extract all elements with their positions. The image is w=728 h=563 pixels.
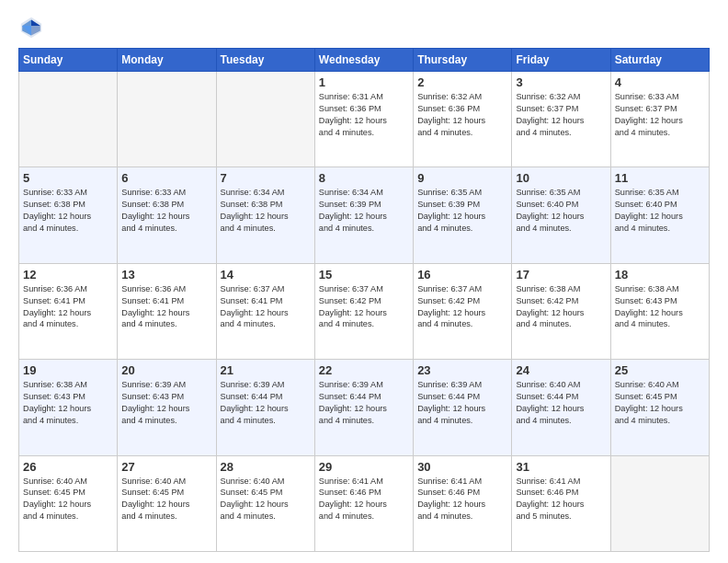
weekday-header-tuesday: Tuesday — [216, 49, 314, 72]
day-number: 13 — [121, 268, 211, 282]
calendar-cell: 22Sunrise: 6:39 AM Sunset: 6:44 PM Dayli… — [314, 360, 413, 455]
day-info: Sunrise: 6:32 AM Sunset: 6:36 PM Dayligh… — [417, 91, 507, 139]
weekday-header-thursday: Thursday — [414, 49, 512, 72]
day-number: 1 — [319, 75, 409, 89]
calendar-cell: 30Sunrise: 6:41 AM Sunset: 6:46 PM Dayli… — [414, 455, 512, 551]
day-number: 27 — [121, 460, 211, 474]
day-number: 22 — [319, 363, 409, 377]
calendar-cell: 3Sunrise: 6:32 AM Sunset: 6:37 PM Daylig… — [512, 72, 610, 167]
calendar-cell: 12Sunrise: 6:36 AM Sunset: 6:41 PM Dayli… — [19, 263, 118, 359]
calendar-cell — [19, 72, 118, 167]
calendar-cell: 15Sunrise: 6:37 AM Sunset: 6:42 PM Dayli… — [314, 263, 413, 359]
day-info: Sunrise: 6:37 AM Sunset: 6:41 PM Dayligh… — [221, 283, 311, 331]
day-info: Sunrise: 6:41 AM Sunset: 6:46 PM Dayligh… — [516, 476, 606, 523]
day-info: Sunrise: 6:33 AM Sunset: 6:37 PM Dayligh… — [615, 91, 705, 139]
weekday-header-row: SundayMondayTuesdayWednesdayThursdayFrid… — [19, 49, 710, 72]
calendar-cell — [610, 455, 709, 551]
logo-icon — [18, 15, 44, 40]
calendar-cell: 31Sunrise: 6:41 AM Sunset: 6:46 PM Dayli… — [512, 455, 610, 551]
calendar: SundayMondayTuesdayWednesdayThursdayFrid… — [18, 48, 710, 552]
day-info: Sunrise: 6:40 AM Sunset: 6:45 PM Dayligh… — [615, 379, 705, 427]
calendar-cell: 20Sunrise: 6:39 AM Sunset: 6:43 PM Dayli… — [118, 360, 216, 455]
calendar-cell: 27Sunrise: 6:40 AM Sunset: 6:45 PM Dayli… — [118, 455, 216, 551]
calendar-cell: 4Sunrise: 6:33 AM Sunset: 6:37 PM Daylig… — [610, 72, 709, 167]
calendar-cell: 13Sunrise: 6:36 AM Sunset: 6:41 PM Dayli… — [118, 263, 216, 359]
day-info: Sunrise: 6:40 AM Sunset: 6:45 PM Dayligh… — [221, 476, 311, 523]
weekday-header-monday: Monday — [118, 49, 216, 72]
day-info: Sunrise: 6:35 AM Sunset: 6:40 PM Dayligh… — [516, 187, 606, 235]
day-number: 25 — [615, 363, 705, 377]
day-number: 23 — [417, 363, 507, 377]
day-number: 31 — [516, 460, 606, 474]
calendar-cell: 11Sunrise: 6:35 AM Sunset: 6:40 PM Dayli… — [610, 167, 709, 263]
day-number: 28 — [221, 460, 311, 474]
day-number: 6 — [121, 171, 211, 185]
day-number: 15 — [319, 268, 409, 282]
calendar-cell: 23Sunrise: 6:39 AM Sunset: 6:44 PM Dayli… — [414, 360, 512, 455]
calendar-cell: 14Sunrise: 6:37 AM Sunset: 6:41 PM Dayli… — [216, 263, 314, 359]
calendar-cell: 29Sunrise: 6:41 AM Sunset: 6:46 PM Dayli… — [314, 455, 413, 551]
logo — [18, 15, 48, 40]
day-info: Sunrise: 6:36 AM Sunset: 6:41 PM Dayligh… — [23, 283, 113, 331]
weekday-header-sunday: Sunday — [19, 49, 118, 72]
calendar-cell: 7Sunrise: 6:34 AM Sunset: 6:38 PM Daylig… — [216, 167, 314, 263]
day-info: Sunrise: 6:36 AM Sunset: 6:41 PM Dayligh… — [121, 283, 211, 331]
day-number: 19 — [23, 363, 113, 377]
calendar-cell: 6Sunrise: 6:33 AM Sunset: 6:38 PM Daylig… — [118, 167, 216, 263]
day-info: Sunrise: 6:41 AM Sunset: 6:46 PM Dayligh… — [319, 476, 409, 523]
day-number: 9 — [417, 171, 507, 185]
weekday-header-wednesday: Wednesday — [314, 49, 413, 72]
calendar-cell: 19Sunrise: 6:38 AM Sunset: 6:43 PM Dayli… — [19, 360, 118, 455]
calendar-cell: 21Sunrise: 6:39 AM Sunset: 6:44 PM Dayli… — [216, 360, 314, 455]
day-info: Sunrise: 6:41 AM Sunset: 6:46 PM Dayligh… — [417, 476, 507, 523]
calendar-cell: 25Sunrise: 6:40 AM Sunset: 6:45 PM Dayli… — [610, 360, 709, 455]
day-info: Sunrise: 6:40 AM Sunset: 6:44 PM Dayligh… — [516, 379, 606, 427]
calendar-cell: 10Sunrise: 6:35 AM Sunset: 6:40 PM Dayli… — [512, 167, 610, 263]
day-info: Sunrise: 6:35 AM Sunset: 6:39 PM Dayligh… — [417, 187, 507, 235]
day-number: 5 — [23, 171, 113, 185]
week-row-4: 19Sunrise: 6:38 AM Sunset: 6:43 PM Dayli… — [19, 360, 710, 455]
calendar-cell: 8Sunrise: 6:34 AM Sunset: 6:39 PM Daylig… — [314, 167, 413, 263]
day-number: 2 — [417, 75, 507, 89]
day-info: Sunrise: 6:40 AM Sunset: 6:45 PM Dayligh… — [121, 476, 211, 523]
week-row-5: 26Sunrise: 6:40 AM Sunset: 6:45 PM Dayli… — [19, 455, 710, 551]
calendar-cell — [118, 72, 216, 167]
day-number: 21 — [221, 363, 311, 377]
calendar-cell: 28Sunrise: 6:40 AM Sunset: 6:45 PM Dayli… — [216, 455, 314, 551]
day-number: 26 — [23, 460, 113, 474]
weekday-header-saturday: Saturday — [610, 49, 709, 72]
day-info: Sunrise: 6:35 AM Sunset: 6:40 PM Dayligh… — [615, 187, 705, 235]
day-number: 30 — [417, 460, 507, 474]
calendar-cell: 2Sunrise: 6:32 AM Sunset: 6:36 PM Daylig… — [414, 72, 512, 167]
calendar-cell: 16Sunrise: 6:37 AM Sunset: 6:42 PM Dayli… — [414, 263, 512, 359]
day-info: Sunrise: 6:32 AM Sunset: 6:37 PM Dayligh… — [516, 91, 606, 139]
day-number: 29 — [319, 460, 409, 474]
week-row-2: 5Sunrise: 6:33 AM Sunset: 6:38 PM Daylig… — [19, 167, 710, 263]
calendar-cell: 9Sunrise: 6:35 AM Sunset: 6:39 PM Daylig… — [414, 167, 512, 263]
day-info: Sunrise: 6:38 AM Sunset: 6:42 PM Dayligh… — [516, 283, 606, 331]
day-number: 24 — [516, 363, 606, 377]
day-number: 11 — [615, 171, 705, 185]
day-number: 10 — [516, 171, 606, 185]
header — [18, 15, 710, 40]
calendar-cell: 1Sunrise: 6:31 AM Sunset: 6:36 PM Daylig… — [314, 72, 413, 167]
day-number: 3 — [516, 75, 606, 89]
day-number: 12 — [23, 268, 113, 282]
day-info: Sunrise: 6:31 AM Sunset: 6:36 PM Dayligh… — [319, 91, 409, 139]
day-info: Sunrise: 6:38 AM Sunset: 6:43 PM Dayligh… — [615, 283, 705, 331]
day-number: 18 — [615, 268, 705, 282]
day-number: 4 — [615, 75, 705, 89]
day-number: 14 — [221, 268, 311, 282]
day-info: Sunrise: 6:39 AM Sunset: 6:43 PM Dayligh… — [121, 379, 211, 427]
day-info: Sunrise: 6:34 AM Sunset: 6:38 PM Dayligh… — [221, 187, 311, 235]
day-number: 16 — [417, 268, 507, 282]
day-info: Sunrise: 6:39 AM Sunset: 6:44 PM Dayligh… — [221, 379, 311, 427]
calendar-cell: 24Sunrise: 6:40 AM Sunset: 6:44 PM Dayli… — [512, 360, 610, 455]
day-info: Sunrise: 6:33 AM Sunset: 6:38 PM Dayligh… — [23, 187, 113, 235]
calendar-cell: 17Sunrise: 6:38 AM Sunset: 6:42 PM Dayli… — [512, 263, 610, 359]
day-number: 7 — [221, 171, 311, 185]
week-row-3: 12Sunrise: 6:36 AM Sunset: 6:41 PM Dayli… — [19, 263, 710, 359]
day-info: Sunrise: 6:40 AM Sunset: 6:45 PM Dayligh… — [23, 476, 113, 523]
day-number: 8 — [319, 171, 409, 185]
calendar-cell: 26Sunrise: 6:40 AM Sunset: 6:45 PM Dayli… — [19, 455, 118, 551]
